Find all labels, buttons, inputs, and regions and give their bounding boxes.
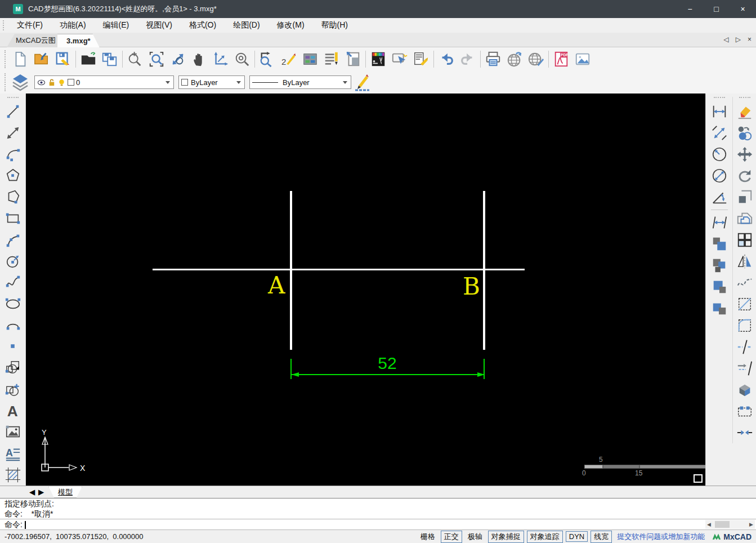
color-select[interactable]: ByLayer <box>178 75 245 89</box>
trim-button[interactable] <box>735 336 755 358</box>
line-tool-button[interactable] <box>3 101 23 122</box>
menu-modify[interactable]: 修改(M) <box>269 20 313 30</box>
image-tool-button[interactable] <box>3 421 23 443</box>
layer-dropdown-caret-icon[interactable] <box>165 81 170 84</box>
layer-manager-button[interactable] <box>10 72 31 93</box>
insert-block-tool-button[interactable] <box>3 379 23 400</box>
toolbar-drag-handle[interactable] <box>7 97 19 100</box>
erase-button[interactable] <box>735 101 755 122</box>
elliptical-arc-tool-button[interactable] <box>3 314 23 336</box>
command-input[interactable]: 命令: <box>0 519 756 530</box>
stretch-button[interactable] <box>735 400 755 422</box>
radius-dimension-button[interactable] <box>709 144 730 165</box>
copy-entity-button[interactable] <box>709 233 730 255</box>
sketch-button[interactable]: 2 <box>278 48 299 70</box>
open-drawing-button[interactable] <box>31 48 52 70</box>
cut-entity-button[interactable] <box>709 255 730 276</box>
menu-format[interactable]: 格式(O) <box>181 20 225 30</box>
rectangle-tool-button[interactable] <box>3 208 23 229</box>
horizontal-line[interactable] <box>153 269 525 270</box>
close-button[interactable]: × <box>730 0 756 18</box>
toolbar-drag-handle[interactable] <box>714 97 725 100</box>
angular-dimension-button[interactable] <box>709 186 730 208</box>
save-button[interactable] <box>52 48 74 70</box>
arc-tool-button[interactable] <box>3 144 23 165</box>
text-tool-button[interactable]: A <box>3 400 23 421</box>
explode-button[interactable] <box>735 379 755 400</box>
linetype-select[interactable]: ByLayer <box>249 75 351 89</box>
toolbar-drag-handle[interactable] <box>5 50 7 68</box>
curve-tool-button[interactable] <box>3 229 23 251</box>
minimize-button[interactable]: − <box>677 0 703 18</box>
paste-block-button[interactable] <box>709 297 730 319</box>
fillet-button[interactable] <box>735 315 755 336</box>
zoom-previous-button[interactable] <box>257 48 278 70</box>
menu-edit[interactable]: 编辑(E) <box>95 20 138 30</box>
menu-draw[interactable]: 绘图(D) <box>225 20 268 30</box>
layer-select[interactable]: 0 <box>34 75 174 89</box>
menu-help[interactable]: 帮助(H) <box>313 20 356 30</box>
menu-file[interactable]: 文件(F) <box>8 20 51 30</box>
move-button[interactable] <box>735 144 755 165</box>
export-image-button[interactable] <box>572 48 593 70</box>
menu-function[interactable]: 功能(A) <box>51 20 95 30</box>
linewidth-button[interactable] <box>351 72 373 93</box>
toggle-otrack[interactable]: 对象追踪 <box>527 531 563 543</box>
pan-button[interactable] <box>189 48 210 70</box>
match-properties-button[interactable] <box>410 48 432 70</box>
toggle-lineweight[interactable]: 线宽 <box>591 531 612 543</box>
extend-button[interactable] <box>735 358 755 379</box>
hatch-tool-button[interactable] <box>3 464 23 486</box>
color-dropdown-caret-icon[interactable] <box>236 81 241 84</box>
mirror-button[interactable] <box>735 251 755 272</box>
sheet-next-icon[interactable]: ▶ <box>37 488 45 496</box>
page-setup-button[interactable] <box>342 48 364 70</box>
maximize-button[interactable]: □ <box>703 0 730 18</box>
point-tool-button[interactable] <box>3 336 23 357</box>
scale-button[interactable] <box>735 186 755 208</box>
circle-tool-button[interactable] <box>3 251 23 272</box>
zoom-in-out-button[interactable] <box>124 48 146 70</box>
undo-button[interactable] <box>436 48 457 70</box>
tab-next-icon[interactable]: ▷ <box>736 35 741 43</box>
vertical-line-b[interactable] <box>483 191 485 350</box>
polyline-tool-button[interactable] <box>3 186 23 208</box>
edit-spline-button[interactable] <box>735 272 755 293</box>
model-tab[interactable]: 模型 <box>48 487 82 498</box>
tab-close-icon[interactable]: × <box>748 35 751 43</box>
rotate-button[interactable] <box>735 165 755 186</box>
array-button[interactable] <box>735 229 755 251</box>
open-file-button[interactable] <box>78 48 99 70</box>
drawing-canvas[interactable]: A B 52 Y X 5 35 0 15 <box>26 94 705 486</box>
mtext-tool-button[interactable]: A <box>3 443 23 464</box>
command-scrollbar[interactable]: ◀ ▶ <box>705 520 755 529</box>
spline-tool-button[interactable] <box>3 272 23 293</box>
polygon-tool-button[interactable] <box>3 165 23 186</box>
menu-view[interactable]: 视图(V) <box>137 20 181 30</box>
zoom-scale-button[interactable] <box>210 48 231 70</box>
scroll-left-icon[interactable]: ◀ <box>707 522 711 527</box>
aligned-dimension-button[interactable] <box>709 122 730 144</box>
toggle-grid[interactable]: 栅格 <box>418 531 438 542</box>
viewport-corner-handle[interactable] <box>694 474 703 483</box>
publish-web-button[interactable] <box>504 48 525 70</box>
paste-entity-button[interactable] <box>709 276 730 297</box>
scroll-right-icon[interactable]: ▶ <box>749 522 753 527</box>
toggle-ortho[interactable]: 正交 <box>441 531 462 543</box>
diameter-dimension-button[interactable] <box>709 165 730 186</box>
tab-prev-icon[interactable]: ◁ <box>724 35 729 43</box>
ellipse-tool-button[interactable] <box>3 293 23 314</box>
text-style-button[interactable] <box>321 48 342 70</box>
offset-button[interactable] <box>735 208 755 229</box>
ray-tool-button[interactable] <box>3 122 23 144</box>
zoom-window-button[interactable] <box>146 48 167 70</box>
save-as-button[interactable] <box>99 48 120 70</box>
edit-web-button[interactable] <box>525 48 547 70</box>
color-palette-button[interactable] <box>299 48 321 70</box>
tab-3mxg[interactable]: 3.mxg* <box>57 34 100 47</box>
print-button[interactable] <box>482 48 504 70</box>
draw-settings-button[interactable] <box>368 48 389 70</box>
zoom-extents-button[interactable] <box>167 48 189 70</box>
toggle-dyn[interactable]: DYN <box>566 531 588 542</box>
dimension-update-button[interactable] <box>709 212 730 233</box>
